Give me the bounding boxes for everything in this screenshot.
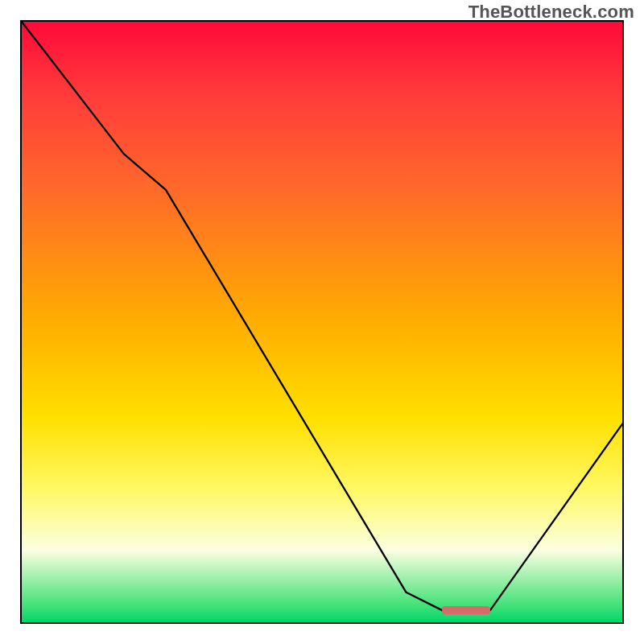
chart-canvas: TheBottleneck.com (0, 0, 644, 644)
plot-area (22, 22, 622, 622)
watermark-text: TheBottleneck.com (469, 2, 634, 23)
gradient-background (22, 22, 622, 622)
